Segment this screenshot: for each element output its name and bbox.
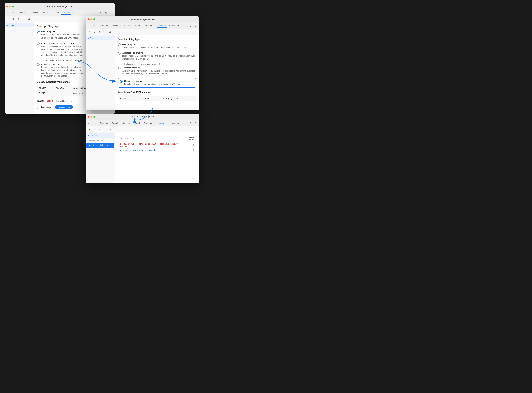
main-panel-2: Select profiling type Heap snapshot See … (115, 35, 199, 110)
stack-traces-checkbox[interactable] (41, 59, 44, 62)
minimize-button-1[interactable] (10, 5, 11, 7)
window-title-2: DevTools - www.google.com/ (130, 18, 155, 21)
maximize-button-2[interactable] (93, 19, 95, 20)
sliders-icon: ≡ (6, 24, 8, 26)
tab-application-2[interactable]: Application (168, 24, 180, 28)
tab-elements-3[interactable]: Elements (98, 121, 110, 125)
tab-sources-3[interactable]: Sources (121, 121, 131, 125)
tab-sources-2[interactable]: Sources (121, 24, 131, 28)
tab-memory-2[interactable]: Memory (157, 24, 167, 28)
tab-more[interactable]: » (72, 11, 75, 15)
record-icon[interactable]: ● (6, 17, 10, 21)
detached-elements-profile-item[interactable]: ◧ Detached elements 1 (86, 143, 114, 148)
cursor-icon-2[interactable]: ⬚ (87, 24, 92, 28)
collect-icon-3[interactable]: ⊞ (108, 127, 112, 131)
minimize-button-2[interactable] (91, 19, 92, 20)
upload-icon-3[interactable]: ↑ (97, 127, 102, 131)
footer-size-1: 27.5 MB (37, 100, 44, 102)
tab-more-2[interactable]: » (181, 24, 184, 28)
option-allocations-timeline-2[interactable]: Allocations on timeline Record memory al… (118, 52, 196, 60)
radio-allocation-sampling[interactable] (37, 63, 39, 66)
more-icon-3[interactable]: ⋮ (193, 121, 198, 125)
radio-allocation-timeline[interactable] (37, 42, 39, 45)
collect-icon-2[interactable]: ⊞ (108, 29, 112, 34)
more-icon[interactable]: ⋮ (109, 10, 113, 15)
traffic-lights-1 (6, 5, 14, 7)
option-detached-elements[interactable]: Detached elements Detached elements show… (118, 78, 196, 88)
minimize-button-3[interactable] (91, 116, 92, 118)
sidebar-item-profiles-2[interactable]: ≡ Profiles (86, 36, 115, 40)
radio-allocation-sampling-2[interactable] (118, 67, 121, 69)
tab-memory[interactable]: Memory (61, 11, 71, 15)
tab-elements[interactable]: Elements (17, 11, 29, 15)
clear-icon[interactable]: ⊘ (11, 17, 15, 21)
tab-performance-3[interactable]: Performance (142, 121, 157, 125)
main-panel-3: Detached nodes Node count ● <div style="… (115, 132, 199, 183)
clear-icon-3[interactable]: ⊘ (92, 127, 97, 131)
upload-icon-2[interactable]: ↑ (97, 29, 102, 34)
toolbar-right-3: ⚙ ⋮ (188, 121, 198, 125)
settings-icon-3[interactable]: ⚙ (188, 121, 193, 125)
option-allocation-sampling-2[interactable]: Allocation sampling Approximate memory a… (118, 67, 196, 75)
tab-network[interactable]: Network (50, 11, 61, 15)
option-heap-snapshot-label-2: Heap snapshot (122, 43, 186, 46)
tab-network-3[interactable]: Network (131, 121, 142, 125)
more-icon-2[interactable]: ⋮ (193, 24, 198, 28)
tab-performance-2[interactable]: Performance (142, 24, 157, 28)
close-button-3[interactable] (87, 116, 90, 118)
sidebar-2: ≡ Profiles (86, 35, 115, 110)
clear-icon-2[interactable]: ⊘ (92, 29, 97, 34)
profiles-label-3: Profiles (90, 134, 97, 137)
sidebar-3: ≡ Profiles Detached elements ◧ Detached … (86, 132, 115, 183)
upload-icon[interactable]: ↑ (16, 17, 21, 21)
tab-elements-2[interactable]: Elements (98, 24, 110, 28)
maximize-button-1[interactable] (12, 5, 14, 7)
device-icon-3[interactable]: ▭ (92, 121, 96, 125)
tab-network-2[interactable]: Network (131, 24, 142, 28)
tab-console-2[interactable]: Console (110, 24, 121, 28)
load-profile-button-1[interactable]: ↑ Load profile (37, 105, 54, 109)
download-icon-3[interactable]: ↓ (102, 127, 107, 131)
sidebar-item-profiles[interactable]: ≡ Profiles (5, 23, 34, 27)
record-icon-3[interactable]: ● (87, 127, 92, 131)
tab-console[interactable]: Console (29, 11, 39, 15)
option-heap-snapshot-desc2: JavaScript objects and related DOM nodes… (41, 36, 83, 39)
detached-code-1: ● <div style="position: absolute; displa… (120, 143, 179, 147)
tab-more-3[interactable]: » (181, 121, 184, 125)
detached-row-2[interactable]: ● <fake-element></fake-element> 1 (118, 148, 196, 152)
main-toolbar-1: ⬚ ▭ Elements Console Sources Network Mem… (5, 10, 115, 16)
tab-console-3[interactable]: Console (110, 121, 121, 125)
radio-allocations-timeline-2[interactable] (118, 52, 121, 54)
radio-heap-snapshot[interactable] (37, 30, 39, 33)
cursor-icon-3[interactable]: ⬚ (87, 121, 92, 125)
col-node-count: Node count (183, 135, 196, 142)
title-bar-1: DevTools - www.google.com/ (5, 3, 115, 10)
take-snapshot-button[interactable]: Take snapshot (55, 105, 73, 109)
download-icon-2[interactable]: ↓ (102, 29, 107, 34)
settings-icon[interactable]: ⚙ (104, 10, 108, 15)
collect-icon[interactable]: ⊞ (27, 17, 31, 21)
settings-icon-2[interactable]: ⚙ (188, 24, 193, 28)
detached-elements-1-label: Detached elements 1 (92, 144, 111, 146)
device-icon[interactable]: ▭ (11, 10, 15, 15)
tab-navigation-2: Elements Console Sources Network Perform… (98, 24, 184, 28)
vm-row-2-1[interactable]: 13.0 MB ↓3.1 kB/s www.google.com (118, 96, 196, 101)
detached-count-1: 1 (183, 142, 196, 148)
cursor-icon[interactable]: ⬚ (6, 10, 10, 15)
close-button-2[interactable] (87, 19, 90, 20)
tab-sources[interactable]: Sources (40, 11, 50, 15)
option-heap-snapshot-2[interactable]: Heap snapshot See the memory distributio… (118, 43, 196, 49)
close-button-1[interactable] (6, 5, 8, 7)
radio-heap-snapshot-2[interactable] (118, 44, 121, 46)
device-icon-2[interactable]: ▭ (92, 24, 96, 28)
radio-detached-elements[interactable] (120, 80, 123, 83)
download-icon[interactable]: ↓ (21, 17, 26, 21)
record-icon-2[interactable]: ● (87, 29, 92, 34)
maximize-button-3[interactable] (93, 116, 95, 118)
tab-memory-3[interactable]: Memory (157, 121, 167, 125)
tab-application-3[interactable]: Application (168, 121, 180, 125)
stack-traces-checkbox-2[interactable] (122, 63, 125, 65)
upload-icon-btn: ↑ (39, 106, 40, 108)
sidebar-item-profiles-3[interactable]: ≡ Profiles (86, 133, 115, 138)
detached-row-1[interactable]: ● <div style="position: absolute; displa… (118, 142, 196, 148)
